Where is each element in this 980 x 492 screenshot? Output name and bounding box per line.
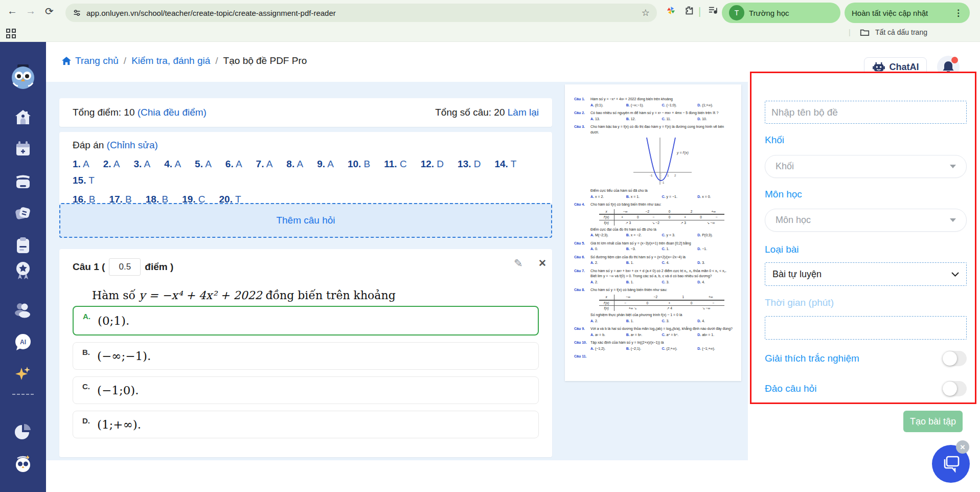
sidebar-item-archive-icon[interactable] [0, 173, 46, 189]
onluyen-owl-logo[interactable] [0, 62, 46, 90]
explain-toggle-row: Giải thích trắc nghiệm [765, 351, 967, 366]
sidebar-item-calendar-icon[interactable] [0, 141, 46, 157]
answer-option[interactable]: B.(−∞;−1). [73, 342, 539, 370]
question-header: Câu 1 ( điểm ) [59, 258, 552, 276]
site-settings-icon[interactable] [73, 9, 81, 17]
pdf-question: Câu 1.Hàm số y = −x⁴ + 4x² + 2022 đồng b… [574, 97, 733, 108]
pdf-question: Câu 3.Cho hàm bậc ba y = f(x) có đồ thị … [574, 124, 733, 199]
home-icon [61, 56, 72, 65]
folder-icon[interactable] [860, 28, 870, 38]
answer-item[interactable]: 13. D [458, 159, 481, 170]
answer-item[interactable]: 11. C [384, 159, 406, 170]
topic-name-input[interactable] [765, 101, 967, 124]
explain-toggle[interactable] [943, 351, 967, 366]
answer-option[interactable]: D.(1;+∞). [73, 411, 539, 438]
back-icon[interactable]: ← [7, 5, 17, 17]
answer-option[interactable]: A.(0;1). [73, 306, 539, 336]
answer-item[interactable]: 6. A [225, 159, 242, 170]
sidebar-item-sparkle-icon[interactable] [0, 365, 46, 383]
redo-link[interactable]: Làm lại [508, 107, 539, 118]
breadcrumb-home-link[interactable]: Trang chủ [61, 55, 119, 66]
pdf-preview-page[interactable]: Câu 1.Hàm số y = −x⁴ + 4x² + 2022 đồng b… [565, 84, 741, 381]
sidebar-item-ai-chat-icon[interactable]: AI [0, 332, 46, 352]
sidebar-item-clipboard-icon[interactable] [0, 237, 46, 254]
chat-bubbles-icon [942, 455, 960, 473]
sidebar-item-flashcards-icon[interactable] [0, 205, 46, 222]
sidebar-item-badge-icon[interactable] [0, 261, 46, 280]
sidebar-item-users-icon[interactable] [0, 302, 46, 319]
answer-key-card: Đáp án (Chỉnh sửa) 1. A2. A3. A4. A5. A6… [59, 132, 552, 214]
answer-item[interactable]: 4. A [164, 159, 181, 170]
answer-item[interactable]: 1. A [73, 159, 89, 170]
answer-item[interactable]: 2. A [103, 159, 120, 170]
sidebar-item-owl-plus-icon[interactable] [0, 454, 46, 474]
answer-option[interactable]: C.(−1;0). [73, 376, 539, 404]
divide-points-link[interactable]: (Chia đều điểm) [138, 107, 207, 118]
answer-item[interactable]: 15. T [73, 175, 95, 186]
profile-chip[interactable]: T Trường học [722, 3, 840, 23]
pdf-question: Câu 4.Cho hàm số f(x) có bảng biến thiên… [574, 202, 733, 238]
pdf-graph: y = f′(x) -11 2-1 [590, 137, 733, 187]
address-bar[interactable]: app.onluyen.vn/school/teacher/create-top… [65, 4, 657, 22]
time-input[interactable] [765, 316, 967, 340]
chevron-down-icon [951, 272, 959, 277]
pdf-question: Câu 10.Tập xác định của hàm số y = ln((2… [574, 340, 733, 351]
summary-card: Tổng điểm: 10 (Chia đều điểm) Tổng số câ… [59, 98, 552, 127]
chat-close-icon[interactable]: ✕ [956, 440, 969, 454]
answer-item[interactable]: 7. A [256, 159, 273, 170]
bookmark-star-icon[interactable]: ☆ [642, 7, 650, 18]
question-points-input[interactable] [109, 258, 141, 276]
edit-question-icon[interactable]: ✎ [514, 257, 523, 270]
browser-toolbar: ← → ⟳ app.onluyen.vn/school/teacher/crea… [0, 0, 980, 26]
bookmarks-bar: | Tất cả dấu trang [0, 26, 980, 42]
delete-question-icon[interactable]: ✕ [538, 257, 546, 269]
sidebar-item-home-icon[interactable] [0, 109, 46, 125]
forward-icon[interactable]: → [26, 5, 36, 17]
answer-item[interactable]: 10. B [348, 159, 370, 170]
svg-text:2: 2 [674, 174, 676, 177]
answer-item[interactable]: 8. A [286, 159, 303, 170]
answer-item[interactable]: 9. A [317, 159, 334, 170]
robot-icon [872, 61, 885, 73]
svg-text:1: 1 [667, 174, 669, 177]
chatai-label: ChatAI [890, 62, 919, 73]
answer-item[interactable]: 12. D [421, 159, 444, 170]
all-bookmarks-label[interactable]: Tất cả dấu trang [875, 28, 927, 36]
reload-icon[interactable]: ⟳ [45, 5, 54, 17]
subject-select[interactable]: Môn học [765, 209, 967, 232]
svg-text:y = f′(x): y = f′(x) [676, 151, 689, 155]
question-card: Câu 1 ( điểm ) ✎ ✕ Hàm số y = −x⁴ + 4x² … [59, 249, 552, 457]
subject-label: Môn học [765, 189, 967, 200]
total-questions: Tổng số câu: 20 Làm lại [435, 107, 539, 118]
breadcrumb-section-link[interactable]: Kiểm tra, đánh giá [131, 55, 210, 66]
update-chip[interactable]: Hoàn tất việc cập nhật ⋮ [845, 3, 970, 23]
answer-item[interactable]: 14. T [494, 159, 516, 170]
kebab-menu-icon[interactable]: ⋮ [954, 8, 963, 18]
notification-dot [951, 57, 958, 63]
avatar: T [729, 5, 744, 20]
caret-down-icon [950, 218, 956, 222]
answer-item[interactable]: 5. A [195, 159, 212, 170]
main-content: Tổng điểm: 10 (Chia đều điểm) Tổng số câ… [46, 82, 748, 460]
grade-select[interactable]: Khối [765, 155, 967, 178]
time-label: Thời gian (phút) [765, 297, 967, 308]
svg-text:AI: AI [20, 339, 26, 346]
breadcrumb-current: Tạo bộ đề PDF Pro [223, 55, 307, 66]
pdf-question: Câu 7.Cho hàm số y = ax³ + bx² + cx + d … [574, 269, 733, 285]
pdf-question: Câu 6.Số đường tiệm cận của đồ thị hàm s… [574, 255, 733, 266]
svg-text:-1: -1 [650, 174, 653, 177]
sidebar-item-reports-icon[interactable] [0, 423, 46, 441]
add-question-button[interactable]: Thêm câu hỏi [59, 203, 552, 238]
edit-answers-link[interactable]: (Chỉnh sửa) [107, 140, 158, 150]
answer-row: 1. A2. A3. A4. A5. A6. A7. A8. A9. A10. … [73, 159, 539, 186]
extensions-puzzle-icon[interactable] [684, 6, 694, 18]
answer-key-title: Đáp án (Chỉnh sửa) [73, 140, 539, 151]
extension-pinwheel-icon[interactable] [666, 6, 676, 18]
reading-list-icon[interactable] [708, 6, 718, 17]
apps-grid-icon[interactable] [6, 29, 16, 39]
answer-item[interactable]: 3. A [134, 159, 151, 170]
shuffle-toggle[interactable] [943, 381, 967, 396]
create-assignment-button[interactable]: Tạo bài tập [903, 411, 963, 432]
sidebar-divider [12, 394, 34, 395]
type-select[interactable]: Bài tự luyện [765, 262, 967, 286]
